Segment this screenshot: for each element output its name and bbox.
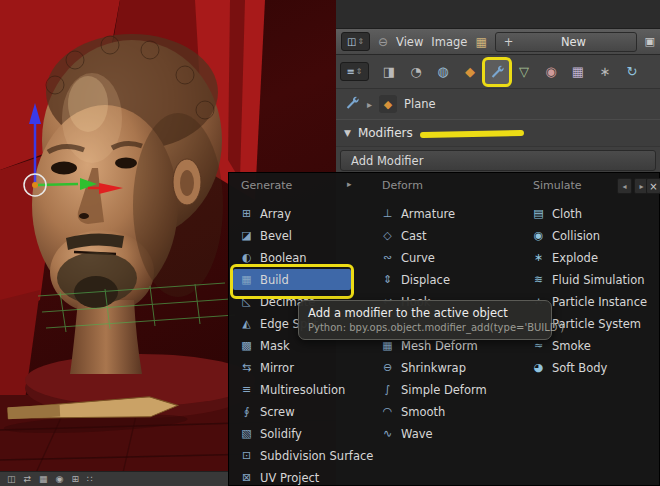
origin-point: [32, 182, 38, 188]
viewport-footer-icon-4[interactable]: ⊞: [71, 472, 79, 486]
multiresolution-icon: ≡: [240, 383, 253, 396]
tab-material[interactable]: ◉: [539, 60, 563, 84]
menu-item-label: Smooth: [401, 405, 445, 419]
menu-item-build[interactable]: ▦Build: [233, 269, 351, 290]
tab-physics[interactable]: ↻: [620, 60, 644, 84]
viewport-footer-icon-1[interactable]: ⇄: [24, 472, 32, 486]
build-icon: ▦: [240, 273, 253, 286]
menu-item-label: Cloth: [552, 207, 582, 221]
object-name: Plane: [404, 97, 436, 111]
tab-modifiers[interactable]: [485, 60, 509, 84]
modifiers-panel-header[interactable]: ▼ Modifiers: [336, 119, 660, 147]
tab-object[interactable]: ◆: [458, 60, 482, 84]
image-icon[interactable]: ▣: [645, 35, 655, 48]
collapsed-panel-triangle[interactable]: ▸: [347, 179, 352, 189]
mirror-icon: ⇆: [240, 361, 253, 374]
pin-icon[interactable]: ⊖: [378, 35, 388, 49]
viewport-footer-icon-0[interactable]: ◫: [7, 472, 16, 486]
menu-item-subdivision-surface[interactable]: ⊡Subdivision Surface: [233, 445, 351, 466]
image-editor-canvas[interactable]: [336, 0, 660, 29]
boolean-icon: ◐: [240, 251, 253, 264]
tab-particles[interactable]: ∗: [593, 60, 617, 84]
smoke-icon: ≈: [532, 339, 545, 352]
menu-item-uv-project[interactable]: ⊠UV Project: [233, 467, 351, 486]
menu-item-fluid-simulation[interactable]: ≋Fluid Simulation: [525, 269, 657, 290]
tab-object-data[interactable]: ▽: [512, 60, 536, 84]
curve-icon: ∾: [381, 251, 394, 264]
new-image-button[interactable]: + New: [495, 32, 637, 52]
image-datablock-icon[interactable]: ▦: [475, 35, 486, 49]
menu-item-curve[interactable]: ∾Curve: [374, 247, 520, 268]
menu-item-wave[interactable]: ∿Wave: [374, 423, 520, 444]
menu-column-title: Simulate: [525, 179, 582, 192]
menu-item-label: Subdivision Surface: [260, 449, 373, 463]
image-menu[interactable]: Image: [431, 35, 467, 49]
collision-icon: ◉: [532, 229, 545, 242]
subdivision-surface-icon: ⊡: [240, 449, 253, 462]
menu-item-label: Simple Deform: [401, 383, 487, 397]
tab-texture[interactable]: ▦: [566, 60, 590, 84]
menu-item-displace[interactable]: ⇕Displace: [374, 269, 520, 290]
tab-world[interactable]: ◍: [431, 60, 455, 84]
close-button[interactable]: ×: [646, 178, 660, 194]
add-modifier-button[interactable]: Add Modifier: [340, 150, 656, 171]
menu-item-label: Bevel: [260, 229, 292, 243]
menu-item-label: Collision: [552, 229, 600, 243]
new-button-label: New: [519, 35, 627, 49]
viewport-footer-icon-3[interactable]: ◉: [56, 472, 64, 486]
blender-window: ◫⇄▦◉⊞∷ ◫ ⇕ ⊖ View Image ▦ + New ▣ ≡ ⇕ ◨◔…: [0, 0, 660, 486]
mask-icon: ▩: [240, 339, 253, 352]
menu-item-label: Cast: [401, 229, 427, 243]
explode-icon: ∗: [532, 251, 545, 264]
eye: [115, 158, 137, 169]
viewport-footer-icon-2[interactable]: ▦: [39, 472, 48, 486]
menu-item-collision[interactable]: ◉Collision: [525, 225, 657, 246]
panel-nav: ◂ ▸: [617, 178, 649, 194]
menu-item-simple-deform[interactable]: ∫Simple Deform: [374, 379, 520, 400]
menu-item-bevel[interactable]: ◪Bevel: [233, 225, 351, 246]
image-editor-icon: ◫: [347, 36, 356, 47]
chevron-right-icon: ▸: [367, 99, 372, 110]
menu-item-label: Screw: [260, 405, 295, 419]
wave-icon: ∿: [381, 427, 394, 440]
menu-item-mirror[interactable]: ⇆Mirror: [233, 357, 351, 378]
displace-icon: ⇕: [381, 273, 394, 286]
viewport-footer-icon-5[interactable]: ∷: [87, 472, 93, 486]
bevel-icon: ◪: [240, 229, 253, 242]
nav-prev-button[interactable]: ◂: [617, 178, 632, 194]
properties-editor-button[interactable]: ≡ ⇕: [340, 62, 369, 81]
menu-item-smooth[interactable]: ◠Smooth: [374, 401, 520, 422]
add-modifier-label: Add Modifier: [351, 154, 423, 168]
menu-item-label: Build: [260, 273, 289, 287]
menu-item-screw[interactable]: ∮Screw: [233, 401, 351, 422]
menu-item-label: Mirror: [260, 361, 294, 375]
plus-icon: +: [504, 35, 514, 49]
properties-tabs: ◨◔◍◆▽◉▦∗↻: [377, 60, 644, 84]
view-menu[interactable]: View: [396, 35, 423, 49]
tab-render[interactable]: ◨: [377, 60, 401, 84]
menu-item-explode[interactable]: ∗Explode: [525, 247, 657, 268]
menu-item-armature[interactable]: ⊥Armature: [374, 203, 520, 224]
wrench-icon: [345, 95, 360, 110]
menu-item-boolean[interactable]: ◐Boolean: [233, 247, 351, 268]
menu-item-solidify[interactable]: ▧Solidify: [233, 423, 351, 444]
menu-item-label: Multiresolution: [260, 383, 345, 397]
menu-item-label: Displace: [401, 273, 450, 287]
cube-icon: ◆: [384, 98, 392, 111]
editor-type-button[interactable]: ◫ ⇕: [341, 32, 370, 51]
mesh-deform-icon: ▦: [381, 339, 394, 352]
menu-item-shrinkwrap[interactable]: ⊖Shrinkwrap: [374, 357, 520, 378]
chevron-updown-icon: ⇕: [356, 67, 363, 76]
menu-item-cloth[interactable]: ▤Cloth: [525, 203, 657, 224]
menu-item-label: Solidify: [260, 427, 302, 441]
menu-item-cast[interactable]: ◇Cast: [374, 225, 520, 246]
menu-item-soft-body[interactable]: ◕Soft Body: [525, 357, 657, 378]
menu-item-label: Armature: [401, 207, 455, 221]
eye: [51, 162, 77, 175]
menu-item-array[interactable]: ⊞Array: [233, 203, 351, 224]
menu-item-label: Mask: [260, 339, 290, 353]
image-editor-header: ◫ ⇕ ⊖ View Image ▦ + New ▣: [336, 29, 660, 55]
fluid-simulation-icon: ≋: [532, 273, 545, 286]
menu-item-multiresolution[interactable]: ≡Multiresolution: [233, 379, 351, 400]
tab-scene[interactable]: ◔: [404, 60, 428, 84]
